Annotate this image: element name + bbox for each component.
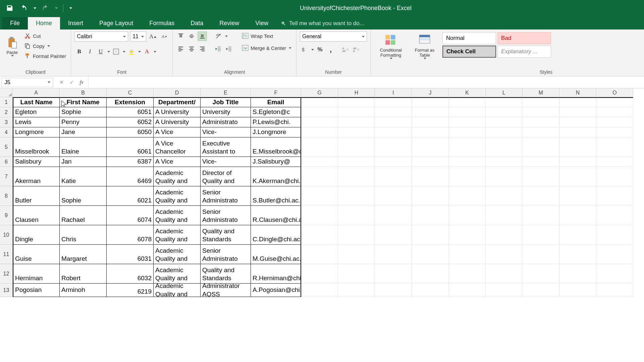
cell[interactable]: 6050 [107, 127, 154, 137]
cell[interactable] [412, 245, 449, 264]
row-header[interactable]: 5 [0, 137, 13, 157]
fill-color-button[interactable] [127, 47, 136, 56]
cell[interactable] [486, 117, 523, 127]
tab-home[interactable]: Home [28, 17, 60, 29]
cell[interactable]: Lewis [13, 117, 60, 127]
cell[interactable] [412, 127, 449, 137]
column-header-G[interactable]: G [301, 88, 338, 97]
cell[interactable]: 6032 [107, 264, 154, 284]
format-as-table-button[interactable]: Format as Table [410, 32, 440, 62]
cell[interactable] [559, 225, 596, 245]
font-name-combo[interactable]: Calibri [74, 32, 128, 42]
cell[interactable] [375, 107, 412, 117]
align-top-icon[interactable] [176, 32, 185, 41]
cell[interactable]: R.Clausen@chi.ac.uk [251, 206, 301, 225]
cell[interactable]: 6074 [107, 206, 154, 225]
header-cell[interactable] [596, 97, 633, 107]
cell[interactable] [596, 284, 633, 297]
cell[interactable]: M.Guise@chi.ac.uk [251, 245, 301, 264]
cell[interactable] [375, 225, 412, 245]
cell[interactable] [596, 186, 633, 206]
cell[interactable] [596, 137, 633, 157]
cell[interactable]: R.Herniman@chi.ac.uk [251, 264, 301, 284]
cell[interactable] [523, 127, 559, 137]
cell[interactable]: S.Egleton@c [251, 107, 301, 117]
increase-decimal-icon[interactable]: .0.00 [341, 45, 350, 54]
cell[interactable] [338, 157, 375, 167]
cell[interactable] [375, 157, 412, 167]
cell[interactable]: A Vice Chancellor [154, 137, 201, 157]
cell[interactable]: 6078 [107, 225, 154, 245]
cell[interactable]: Quality and Standards [201, 264, 251, 284]
column-header-C[interactable]: C [107, 88, 154, 97]
row-header[interactable]: 4 [0, 127, 13, 137]
column-header-O[interactable]: O [596, 88, 633, 97]
cell[interactable]: Chris [60, 225, 107, 245]
align-right-icon[interactable] [198, 44, 207, 54]
decrease-indent-icon[interactable] [214, 44, 223, 54]
cell[interactable] [449, 137, 486, 157]
cell[interactable] [523, 245, 559, 264]
percent-format-icon[interactable]: % [315, 45, 325, 54]
cell[interactable]: Academic Quality and [154, 206, 201, 225]
cell[interactable] [559, 186, 596, 206]
row-header[interactable]: 10 [0, 225, 13, 245]
cell[interactable] [412, 137, 449, 157]
cell[interactable]: Senior Administrato [201, 245, 251, 264]
cell[interactable]: Academic Quality and [154, 225, 201, 245]
cell[interactable]: Administrato [201, 117, 251, 127]
cell[interactable] [301, 167, 338, 186]
cell[interactable] [301, 186, 338, 206]
cell[interactable]: Egleton [13, 107, 60, 117]
column-header-I[interactable]: I [375, 88, 412, 97]
accounting-format-icon[interactable]: $ [300, 45, 309, 54]
borders-dropdown[interactable] [123, 51, 125, 53]
cancel-formula-icon[interactable]: ✕ [57, 78, 66, 86]
cell[interactable]: Administrator AQSS [201, 284, 251, 297]
cell[interactable] [338, 245, 375, 264]
format-painter-button[interactable]: Format Painter [23, 52, 67, 60]
cell[interactable] [523, 225, 559, 245]
tab-data[interactable]: Data [182, 17, 211, 29]
font-color-button[interactable]: A [142, 47, 152, 56]
cell[interactable]: 6021 [107, 186, 154, 206]
cell[interactable] [559, 167, 596, 186]
cell[interactable] [486, 167, 523, 186]
cell[interactable]: A.Pogosian@chi.ac.uk [251, 284, 301, 297]
cell[interactable] [375, 206, 412, 225]
header-cell[interactable]: Email [251, 97, 301, 107]
cell[interactable] [596, 117, 633, 127]
style-explanatory[interactable]: Explanatory ... [497, 46, 551, 58]
row-header[interactable]: 1 [0, 97, 13, 107]
cell[interactable]: A Vice [154, 157, 201, 167]
cell[interactable] [449, 245, 486, 264]
column-header-B[interactable]: B [60, 88, 107, 97]
cell[interactable] [559, 284, 596, 297]
increase-font-icon[interactable]: A▲ [148, 32, 158, 41]
font-color-dropdown[interactable] [154, 51, 156, 53]
cell[interactable] [301, 107, 338, 117]
font-size-combo[interactable]: 11 [130, 32, 146, 42]
header-cell[interactable]: Extension [107, 97, 154, 107]
cell[interactable] [559, 107, 596, 117]
cell[interactable] [559, 127, 596, 137]
cell[interactable]: Guise [13, 245, 60, 264]
cell[interactable] [338, 117, 375, 127]
cell[interactable]: Vice- [201, 127, 251, 137]
header-cell[interactable] [412, 97, 449, 107]
cell[interactable] [596, 157, 633, 167]
cell[interactable] [338, 127, 375, 137]
cell[interactable]: Robert [60, 264, 107, 284]
cell[interactable]: A Vice [154, 127, 201, 137]
cell[interactable]: Salisbury [13, 157, 60, 167]
comma-format-icon[interactable]: , [326, 45, 335, 54]
cell[interactable] [596, 107, 633, 117]
increase-indent-icon[interactable] [224, 44, 234, 54]
cell[interactable] [338, 186, 375, 206]
row-header[interactable]: 9 [0, 206, 13, 225]
cell[interactable]: Pogosian [13, 284, 60, 297]
column-header-H[interactable]: H [338, 88, 375, 97]
cell[interactable]: Butler [13, 186, 60, 206]
qat-customize-icon[interactable] [69, 7, 72, 9]
cell[interactable] [301, 264, 338, 284]
